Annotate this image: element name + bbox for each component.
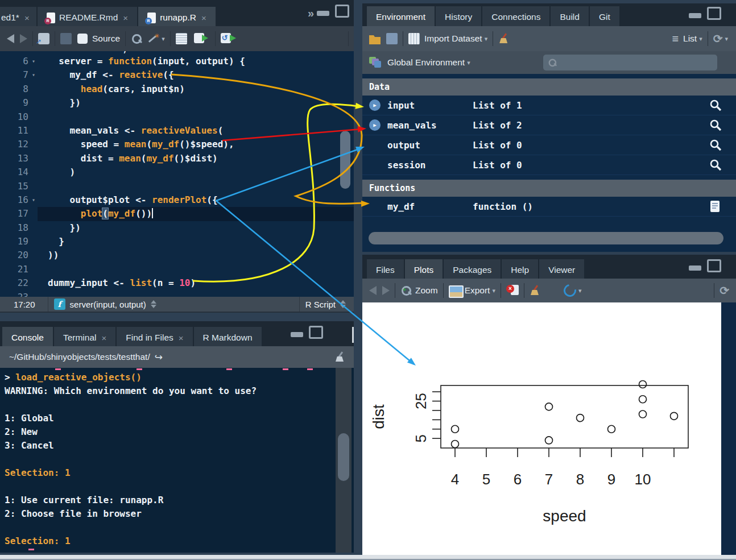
minimize-pane-icon[interactable] [291, 332, 303, 337]
dropdown-caret-icon[interactable]: ▾ [725, 35, 728, 43]
load-workspace-icon[interactable] [369, 33, 381, 44]
fold-arrow-icon[interactable]: ▾ [32, 193, 41, 207]
tab-packages[interactable]: Packages [444, 259, 501, 281]
minimize-pane-icon[interactable] [317, 11, 329, 16]
environment-hscrollbar[interactable] [369, 232, 723, 244]
dropdown-caret-icon[interactable]: ▾ [492, 287, 495, 294]
tab-build[interactable]: Build [551, 6, 588, 28]
tab-console[interactable]: Console [2, 327, 53, 349]
fold-arrow-icon[interactable]: ▾ [32, 68, 41, 82]
save-workspace-icon[interactable] [386, 33, 398, 44]
console-scrollbar-track[interactable] [336, 368, 352, 553]
import-dataset-label[interactable]: Import Dataset [424, 34, 482, 44]
forward-icon[interactable] [20, 34, 27, 43]
inspect-object-icon[interactable] [709, 138, 723, 152]
search-icon [548, 58, 557, 67]
inspect-object-icon[interactable] [709, 98, 723, 112]
tab-readme-rmd[interactable]: RREADME.Rmd× [38, 7, 137, 28]
previous-plot-icon[interactable] [369, 286, 377, 295]
dropdown-caret-icon[interactable]: ▾ [578, 287, 582, 294]
console-output[interactable]: > load_reactive_objects()WARNING: Which … [0, 368, 340, 553]
source-on-save-checkbox[interactable] [77, 34, 88, 44]
console-scrollbar-thumb[interactable] [338, 433, 349, 481]
code-tools-wand-icon[interactable]: ✳ [147, 32, 159, 45]
publish-plot-icon[interactable] [561, 282, 579, 300]
minimize-pane-icon[interactable] [689, 266, 701, 271]
dropdown-caret-icon[interactable]: ▾ [467, 59, 470, 67]
scope-selector-arrows-icon[interactable] [151, 300, 156, 308]
editor-scrollbar[interactable] [340, 131, 350, 189]
dropdown-caret-icon[interactable]: ▾ [485, 35, 488, 43]
tab-environment[interactable]: Environment [367, 6, 435, 28]
tab-files[interactable]: Files [367, 259, 404, 281]
inspect-object-icon[interactable] [709, 118, 723, 132]
go-to-directory-icon[interactable]: ↪ [155, 351, 163, 363]
zoom-plot-label[interactable]: Zoom [415, 285, 438, 296]
compile-notebook-icon[interactable] [176, 33, 187, 44]
fold-arrow-icon[interactable]: ▾ [32, 55, 41, 68]
maximize-pane-icon[interactable] [707, 259, 721, 272]
export-plot-label[interactable]: Export [465, 285, 490, 296]
find-replace-icon[interactable] [131, 33, 142, 44]
inspect-object-icon[interactable] [709, 158, 723, 172]
list-view-icon[interactable]: ≡ [672, 32, 679, 45]
re-run-source-icon[interactable]: ↺ [221, 33, 239, 44]
dropdown-caret-icon[interactable]: ▾ [699, 35, 702, 43]
close-tab-icon[interactable]: × [123, 13, 128, 23]
save-icon[interactable] [60, 33, 72, 44]
function-scope-label[interactable]: server(input, output) [70, 300, 146, 309]
list-view-label[interactable]: List [683, 34, 697, 44]
minimize-pane-icon[interactable] [689, 13, 701, 18]
environment-search-input[interactable] [543, 55, 717, 70]
tab-overflow-chevron-icon[interactable]: » [308, 7, 314, 20]
clear-all-plots-broom-icon[interactable] [530, 285, 541, 296]
clear-environment-broom-icon[interactable] [498, 33, 510, 44]
tab-terminal[interactable]: Terminal× [54, 327, 115, 349]
environment-scope-label[interactable]: Global Environment [387, 57, 465, 68]
zoom-plot-icon[interactable]: + [400, 285, 412, 296]
expand-object-icon[interactable]: ▶ [369, 99, 381, 111]
run-icon[interactable] [194, 33, 210, 44]
env-row-input[interactable]: ▶inputList of 1 [362, 96, 736, 115]
expand-object-icon[interactable]: ▶ [369, 119, 381, 131]
close-tab-icon[interactable]: × [179, 333, 184, 343]
tab-viewer[interactable]: Viewer [539, 259, 584, 281]
code-line-21: 21 [0, 263, 354, 276]
dropdown-caret-icon[interactable]: ▾ [162, 35, 165, 43]
close-tab-icon[interactable]: × [201, 13, 206, 23]
remove-plot-icon[interactable]: × [506, 285, 519, 296]
file-type-label[interactable]: R Script [305, 300, 336, 309]
env-row-session[interactable]: sessionList of 0 [362, 155, 736, 175]
view-source-icon[interactable] [709, 200, 723, 213]
tab-history[interactable]: History [436, 6, 481, 28]
tab-help[interactable]: Help [502, 259, 538, 281]
import-dataset-icon[interactable] [408, 33, 420, 44]
close-tab-icon[interactable]: × [24, 13, 30, 23]
export-plot-icon[interactable] [449, 285, 461, 296]
back-icon[interactable] [7, 34, 14, 43]
tab-r-markdown[interactable]: R Markdown [194, 327, 262, 349]
env-row-mean-vals[interactable]: ▶mean_valsList of 2 [362, 115, 736, 135]
maximize-pane-icon[interactable] [335, 5, 349, 18]
env-row-my-df[interactable]: my_dffunction () [362, 197, 736, 217]
maximize-pane-icon[interactable] [707, 7, 721, 20]
line-number: 10 [0, 110, 32, 124]
tab-ed1[interactable]: ed1*× [0, 7, 36, 28]
tab-runapp-r[interactable]: Rrunapp.R× [138, 7, 216, 28]
code-editor[interactable]: "," 6▾ server = function(input, output) … [0, 51, 354, 297]
tab-plots[interactable]: Plots [405, 259, 443, 281]
refresh-environment-icon[interactable]: ⟳ [713, 32, 723, 45]
open-in-new-window-icon[interactable]: ↗ [38, 33, 49, 44]
tab-connections[interactable]: Connections [482, 6, 549, 28]
env-row-output[interactable]: outputList of 0 [362, 135, 736, 155]
close-tab-icon[interactable]: × [101, 333, 106, 343]
tab-find-in-files[interactable]: Find in Files× [117, 327, 192, 349]
code-line-12: 12 speed = mean(my_df()$speed), [0, 138, 354, 151]
r-file-icon: R [147, 13, 156, 23]
refresh-plot-icon[interactable]: ⟳ [720, 284, 729, 297]
file-type-arrows-icon[interactable] [340, 300, 346, 308]
tab-git[interactable]: Git [590, 6, 619, 28]
maximize-pane-icon[interactable] [309, 326, 323, 339]
clear-console-broom-icon[interactable] [334, 351, 346, 363]
next-plot-icon[interactable] [382, 286, 390, 295]
